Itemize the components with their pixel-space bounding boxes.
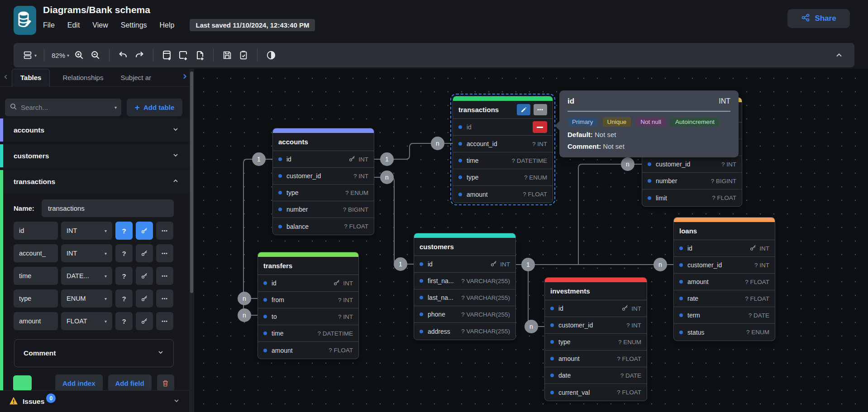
field-type-select[interactable]: FLOAT▾ bbox=[61, 312, 112, 330]
redo-button[interactable] bbox=[131, 47, 148, 63]
field-type-select[interactable]: INT▾ bbox=[61, 244, 112, 262]
table-field-row[interactable]: rate? FLOAT bbox=[674, 290, 775, 307]
table-search[interactable]: ▾ bbox=[5, 99, 121, 116]
tab-tables[interactable]: Tables bbox=[12, 69, 50, 87]
table-field-row[interactable]: term? DATE bbox=[674, 307, 775, 324]
table-field-row[interactable]: from? INT bbox=[258, 292, 358, 308]
table-field-row[interactable]: first_na...? VARCHAR(255) bbox=[414, 273, 515, 289]
nullable-toggle-button[interactable]: ? bbox=[115, 267, 133, 285]
diagram-canvas[interactable]: 1nn1nn11nnn id INT PrimaryUniqueNot null… bbox=[194, 69, 868, 412]
zoom-level-dropdown[interactable]: 82% ▾ bbox=[50, 47, 71, 63]
add-table-button[interactable]: + Add table bbox=[127, 99, 182, 116]
table-field-row[interactable]: customer_id? INT bbox=[273, 168, 374, 185]
field-name-input[interactable]: id bbox=[14, 222, 58, 240]
table-header[interactable]: investments bbox=[545, 282, 647, 300]
table-field-row[interactable]: customer_id? INT bbox=[642, 156, 742, 173]
add-index-button[interactable]: Add index bbox=[55, 374, 103, 392]
field-type-select[interactable]: INT▾ bbox=[61, 222, 112, 240]
field-more-button[interactable]: ••• bbox=[156, 244, 173, 262]
table-field-row[interactable]: status? ENUM bbox=[674, 324, 775, 341]
search-input[interactable] bbox=[21, 104, 111, 111]
nullable-toggle-button[interactable]: ? bbox=[115, 244, 133, 262]
primary-key-button[interactable] bbox=[136, 222, 153, 240]
table-field-row[interactable]: id bbox=[453, 119, 553, 136]
nullable-toggle-button[interactable]: ? bbox=[115, 222, 133, 240]
primary-key-button[interactable] bbox=[136, 267, 153, 285]
sidebar-item-customers[interactable]: customers bbox=[0, 144, 189, 167]
todo-button[interactable] bbox=[235, 47, 252, 63]
delete-table-button[interactable] bbox=[157, 374, 174, 392]
menu-help[interactable]: Help bbox=[160, 21, 175, 29]
table-field-row[interactable]: idINT bbox=[545, 300, 647, 317]
table-field-row[interactable]: phone? VARCHAR(255) bbox=[414, 306, 515, 323]
table-field-row[interactable]: address? VARCHAR(255) bbox=[414, 323, 515, 340]
toolbar-collapse-button[interactable] bbox=[831, 47, 847, 63]
zoom-out-button[interactable] bbox=[87, 47, 104, 63]
table-field-row[interactable]: limit? FLOAT bbox=[642, 189, 742, 206]
share-button[interactable]: Share bbox=[787, 9, 850, 28]
table-field-row[interactable]: current_val? FLOAT bbox=[545, 384, 647, 401]
table-field-row[interactable]: number? BIGINT bbox=[273, 201, 374, 218]
canvas-table-accounts[interactable]: accountsidINTcustomer_id? INTtype? ENUMn… bbox=[272, 128, 374, 235]
canvas-table-loans[interactable]: loansidINTcustomer_id? INTamount? FLOATr… bbox=[673, 217, 775, 341]
table-field-row[interactable]: customer_id? INT bbox=[545, 317, 647, 334]
menu-settings[interactable]: Settings bbox=[121, 21, 147, 29]
table-field-row[interactable]: idINT bbox=[414, 256, 515, 273]
canvas-table-customers[interactable]: customersidINTfirst_na...? VARCHAR(255)l… bbox=[414, 233, 516, 340]
delete-field-button[interactable] bbox=[533, 121, 547, 133]
chevron-down-icon[interactable] bbox=[172, 126, 179, 135]
nullable-toggle-button[interactable]: ? bbox=[115, 289, 133, 308]
chevron-up-icon[interactable] bbox=[172, 177, 179, 186]
undo-button[interactable] bbox=[115, 47, 131, 63]
menu-edit[interactable]: Edit bbox=[67, 21, 80, 29]
table-field-row[interactable]: idINT bbox=[674, 240, 775, 257]
table-field-row[interactable]: last_na...? VARCHAR(255) bbox=[414, 289, 515, 306]
table-field-row[interactable]: idINT bbox=[258, 275, 358, 292]
table-field-row[interactable]: idINT bbox=[273, 151, 374, 168]
field-name-input[interactable]: amount bbox=[14, 312, 58, 330]
sidebar-scrollbar-thumb[interactable] bbox=[190, 71, 193, 293]
field-type-select[interactable]: DATE...▾ bbox=[61, 267, 112, 285]
theme-contrast-button[interactable] bbox=[263, 47, 279, 63]
chevron-down-icon[interactable] bbox=[173, 397, 180, 406]
menu-view[interactable]: View bbox=[92, 21, 108, 29]
field-type-select[interactable]: ENUM▾ bbox=[61, 289, 112, 308]
add-field-button[interactable]: Add field bbox=[108, 374, 152, 392]
menu-file[interactable]: File bbox=[43, 21, 55, 29]
primary-key-button[interactable] bbox=[136, 244, 153, 262]
table-field-row[interactable]: amount? FLOAT bbox=[258, 342, 358, 359]
primary-key-button[interactable] bbox=[136, 289, 153, 308]
sidebar-scrollbar[interactable] bbox=[189, 69, 194, 412]
field-name-input[interactable]: time bbox=[14, 267, 58, 285]
table-field-row[interactable]: amount? FLOAT bbox=[453, 186, 553, 203]
field-more-button[interactable]: ••• bbox=[156, 222, 173, 240]
field-name-input[interactable]: type bbox=[14, 289, 58, 308]
table-field-row[interactable]: time? DATETIME bbox=[258, 325, 358, 342]
add-note-button[interactable] bbox=[191, 47, 208, 63]
table-more-button[interactable]: ••• bbox=[534, 104, 547, 115]
tab-relationships[interactable]: Relationships bbox=[62, 74, 103, 81]
table-field-row[interactable]: amount? FLOAT bbox=[545, 350, 647, 367]
layout-button[interactable]: ▾ bbox=[21, 47, 38, 63]
table-name-input[interactable] bbox=[42, 199, 174, 217]
nullable-toggle-button[interactable]: ? bbox=[115, 312, 133, 330]
sidebar-item-accounts[interactable]: accounts bbox=[0, 118, 189, 142]
table-header[interactable]: transfers bbox=[258, 257, 358, 275]
table-field-row[interactable]: date? DATE bbox=[545, 367, 647, 384]
canvas-table-investments[interactable]: investmentsidINTcustomer_id? INTtype? EN… bbox=[544, 277, 647, 401]
table-field-row[interactable]: type? ENUM bbox=[453, 169, 553, 186]
table-field-row[interactable]: time? DATETIME bbox=[453, 152, 553, 169]
field-more-button[interactable]: ••• bbox=[156, 267, 173, 285]
sidebar-item-transactions[interactable]: transactions bbox=[0, 170, 189, 193]
table-field-row[interactable]: amount? FLOAT bbox=[674, 274, 775, 290]
table-header[interactable]: customers bbox=[414, 238, 515, 256]
table-header[interactable]: loans bbox=[674, 222, 775, 240]
table-color-swatch[interactable] bbox=[13, 375, 32, 391]
table-field-row[interactable]: type? ENUM bbox=[545, 334, 647, 350]
tabs-scroll-right-button[interactable] bbox=[181, 73, 188, 82]
table-header[interactable]: accounts bbox=[273, 133, 374, 151]
comment-section[interactable]: Comment bbox=[14, 339, 174, 367]
canvas-table-transfers[interactable]: transfersidINTfrom? INTto? INTtime? DATE… bbox=[258, 252, 359, 359]
zoom-in-button[interactable] bbox=[71, 47, 87, 63]
add-table-tool-button[interactable] bbox=[159, 47, 175, 63]
